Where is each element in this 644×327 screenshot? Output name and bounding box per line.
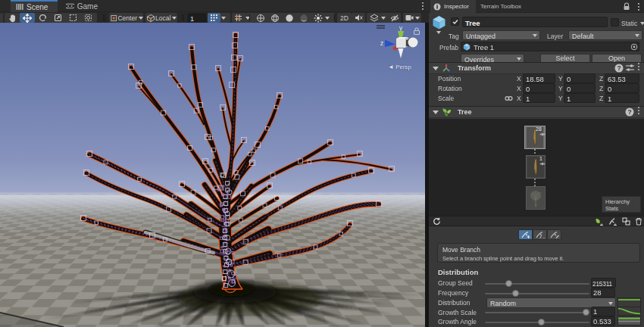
svg-text:?: ? <box>617 64 621 72</box>
svg-text:y: y <box>399 24 403 32</box>
svg-text:z: z <box>380 39 383 47</box>
svg-text:?: ? <box>627 108 631 116</box>
